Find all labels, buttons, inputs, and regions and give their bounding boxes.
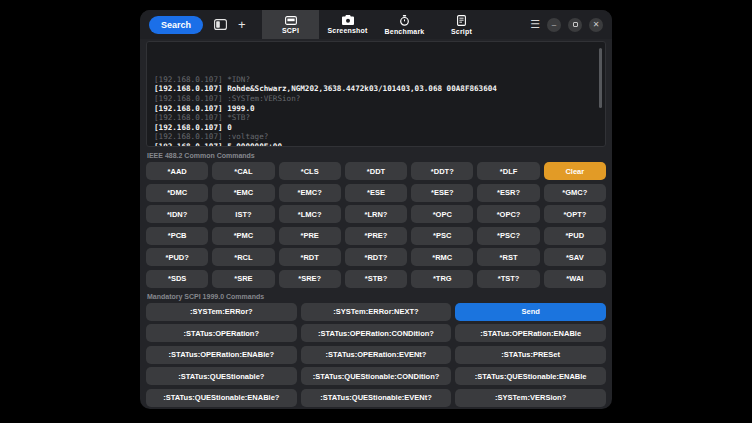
command-button[interactable]: *LRN? [345,205,407,223]
command-button[interactable]: *OPT? [544,205,606,223]
command-button[interactable]: :STATus:OPERation? [146,324,297,342]
titlebar: Search + SCPI [140,10,612,39]
command-button[interactable]: *CLS [279,162,341,180]
command-button[interactable]: *RDT? [345,248,407,266]
command-button[interactable]: *OPC [411,205,473,223]
command-button[interactable]: *DLF [477,162,539,180]
maximize-button[interactable] [568,18,582,32]
section-title-ieee4882: IEEE 488.2 Common Commands [147,152,605,159]
clear-button[interactable]: Clear [544,162,606,180]
command-button[interactable]: *AAD [146,162,208,180]
sidebar-toggle-icon [214,19,227,30]
command-button[interactable]: *RMC [411,248,473,266]
send-button[interactable]: Send [455,303,606,321]
section-title-mandatory-scpi: Mandatory SCPI 1999.0 Commands [147,293,605,300]
camera-icon [342,15,354,25]
command-button[interactable]: :STATus:PRESet [455,346,606,364]
menu-button[interactable]: ☰ [530,19,540,30]
command-button[interactable]: *SRE? [279,270,341,288]
command-button[interactable]: :SYSTem:ERRor:NEXT? [301,303,452,321]
command-button[interactable]: *RDT [279,248,341,266]
command-button[interactable]: :STATus:QUEStionable:ENABle [455,367,606,385]
command-button[interactable]: :STATus:QUEStionable:EVENt? [301,389,452,407]
command-button[interactable]: :STATus:QUEStionable:CONDition? [301,367,452,385]
command-button[interactable]: *EMC? [279,184,341,202]
command-button[interactable]: *RCL [212,248,274,266]
sidebar-toggle-button[interactable] [214,19,227,30]
command-button[interactable]: :SYSTem:ERRor? [146,303,297,321]
tab-benchmark[interactable]: Benchmark [376,10,433,39]
close-icon: ✕ [593,21,600,29]
command-button[interactable]: :STATus:OPERation:ENABle? [146,346,297,364]
terminal-line-command: [192.168.0.107] *IDN? [154,75,598,85]
command-button[interactable]: *ESR? [477,184,539,202]
command-button[interactable]: *SDS [146,270,208,288]
close-button[interactable]: ✕ [589,18,603,32]
stopwatch-icon [399,15,410,26]
command-button[interactable]: *OPC? [477,205,539,223]
command-button[interactable]: :STATus:OPERation:ENABle [455,324,606,342]
command-button[interactable]: :STATus:QUEStionable:ENABle? [146,389,297,407]
terminal-line-response: [192.168.0.107] 1999.0 [154,104,598,114]
terminal-line-command: [192.168.0.107] *STB? [154,113,598,123]
plus-icon: + [238,20,246,30]
command-button[interactable]: *PSC [411,227,473,245]
terminal-line-response: [192.168.0.107] 5.000000E+00 [154,142,598,147]
command-button[interactable]: :STATus:QUEStionable? [146,367,297,385]
terminal-icon [285,16,297,25]
command-button[interactable]: *DDT [345,162,407,180]
command-button[interactable]: *SRE [212,270,274,288]
command-button[interactable]: *PRE [279,227,341,245]
main-panel: [192.168.0.107] *IDN?[192.168.0.107] Roh… [140,39,612,409]
command-button[interactable]: *PCB [146,227,208,245]
terminal-line-command: [192.168.0.107] :voltage? [154,132,598,142]
app-window: Search + SCPI [140,10,612,409]
command-button[interactable]: *DDT? [411,162,473,180]
command-button[interactable]: *PSC? [477,227,539,245]
minimize-button[interactable]: – [547,18,561,32]
command-button[interactable]: *ESE [345,184,407,202]
command-button[interactable]: *SAV [544,248,606,266]
ieee4882-command-grid: *AAD*CAL*CLS*DDT*DDT?*DLFClear*DMC*EMC*E… [146,162,606,288]
window-controls: ☰ – ✕ [530,18,603,32]
tab-bar: SCPI Screenshot [262,10,490,39]
maximize-icon [573,22,578,27]
command-button[interactable]: *IDN? [146,205,208,223]
command-button[interactable]: *TRG [411,270,473,288]
tab-screenshot[interactable]: Screenshot [319,10,376,39]
mandatory-scpi-command-grid: :SYSTem:ERRor?:SYSTem:ERRor:NEXT?Send:ST… [146,303,606,407]
command-button[interactable]: *PUD [544,227,606,245]
minimize-icon: – [552,21,556,29]
command-button[interactable]: *LMC? [279,205,341,223]
terminal-line-command: [192.168.0.107] :SYSTem:VERSion? [154,94,598,104]
command-button[interactable]: *PUD? [146,248,208,266]
command-button[interactable]: IST? [212,205,274,223]
command-button[interactable]: :STATus:OPERation:CONDition? [301,324,452,342]
terminal-scrollbar[interactable] [599,48,602,108]
command-button[interactable]: *EMC [212,184,274,202]
terminal-line-response: [192.168.0.107] Rohde&Schwarz,NGM202,363… [154,84,598,94]
terminal-log[interactable]: [192.168.0.107] *IDN?[192.168.0.107] Roh… [146,41,606,147]
command-button[interactable]: *GMC? [544,184,606,202]
script-icon [457,15,466,26]
command-button[interactable]: *ESE? [411,184,473,202]
command-button[interactable]: *PMC [212,227,274,245]
command-button[interactable]: *RST [477,248,539,266]
tab-scpi[interactable]: SCPI [262,10,319,39]
new-tab-button[interactable]: + [238,20,246,30]
command-button[interactable]: *WAI [544,270,606,288]
command-button[interactable]: *DMC [146,184,208,202]
terminal-line-response: [192.168.0.107] 0 [154,123,598,133]
command-button[interactable]: :SYSTem:VERSion? [455,389,606,407]
command-button[interactable]: *CAL [212,162,274,180]
tab-script[interactable]: Script [433,10,490,39]
hamburger-icon: ☰ [530,18,540,30]
command-button[interactable]: *TST? [477,270,539,288]
command-button[interactable]: *PRE? [345,227,407,245]
command-button[interactable]: :STATus:OPERation:EVENt? [301,346,452,364]
search-button[interactable]: Search [149,16,203,34]
command-button[interactable]: *STB? [345,270,407,288]
